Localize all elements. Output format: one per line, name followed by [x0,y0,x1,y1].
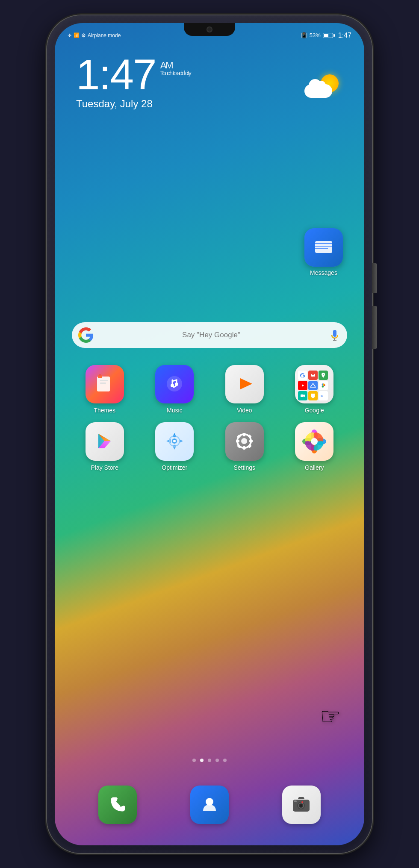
themes-svg [93,372,116,396]
battery-percent-text: 53% [310,32,321,38]
clock-digits: 1:47 [76,53,156,96]
search-placeholder: Say "Hey Google" [99,331,324,339]
google-folder-icon: G [295,365,333,403]
front-camera [207,26,212,32]
svg-marker-17 [310,383,316,387]
page-dot-1[interactable] [200,759,204,762]
settings-label: Settings [233,464,255,471]
phone-device: ✈ 📶 ⚙ Airplane mode 📳 53% 1:47 1:4 [47,15,372,853]
settings-status-icon: ⚙ [81,32,86,38]
svg-marker-14 [240,378,252,389]
video-svg [233,372,256,396]
optimizer-app[interactable]: Optimizer [142,422,208,471]
status-right: 📳 53% 1:47 [301,32,351,39]
play-store-icon [86,422,124,461]
phone-dock-item[interactable] [98,786,137,824]
svg-rect-9 [100,380,108,381]
themes-app[interactable]: Themes [72,365,138,414]
svg-rect-10 [100,383,106,384]
gallery-svg [301,429,327,454]
settings-svg [233,430,256,453]
svg-point-32 [241,438,247,444]
page-dot-0[interactable] [192,759,196,762]
svg-rect-0 [315,241,332,253]
messages-app-icon[interactable]: Messages [304,228,343,276]
svg-rect-33 [243,433,245,436]
phone-svg [107,794,128,815]
app-grid: Themes Music [72,365,347,471]
contacts-dock-item[interactable] [190,786,229,824]
airplane-mode-label: Airplane mode [88,32,121,38]
svg-rect-34 [243,446,245,450]
wifi-icon: 📶 [74,32,80,38]
play-store-svg [93,430,116,453]
gallery-app[interactable]: Gallery [282,422,348,471]
play-store-app[interactable]: Play Store [72,422,138,471]
mic-icon[interactable] [329,329,341,341]
svg-rect-40 [248,444,252,448]
svg-rect-57 [294,800,297,802]
weather-icon [304,74,339,98]
svg-point-11 [167,376,182,391]
notch [184,23,235,36]
svg-rect-8 [99,374,101,376]
settings-icon [225,422,264,461]
messages-label: Messages [310,269,337,276]
music-label: Music [167,407,183,414]
side-button-volume[interactable] [372,263,377,293]
status-left: ✈ 📶 ⚙ Airplane mode [68,32,121,38]
svg-rect-36 [249,440,253,442]
optimizer-svg [163,430,186,453]
svg-point-30 [173,440,176,442]
airplane-mode-icon: ✈ [68,32,72,38]
video-label: Video [237,407,252,414]
optimizer-icon [155,422,194,461]
vibrate-icon: 📳 [301,32,307,38]
play-store-label: Play Store [91,464,118,471]
svg-point-13 [175,383,178,386]
clock-ampm: AM [160,61,191,70]
music-app[interactable]: Music [142,365,208,414]
video-icon [225,365,264,403]
google-folder-label: Google [305,407,324,414]
contacts-dock-icon [190,786,229,824]
google-folder-app[interactable]: G Google [282,365,348,414]
cursor-hand: ☞ [320,703,341,730]
status-time: 1:47 [338,32,351,39]
page-dot-4[interactable] [223,759,227,762]
video-app[interactable]: Video [212,365,277,414]
page-dot-2[interactable] [208,759,211,762]
page-dot-3[interactable] [215,759,219,762]
cloud-body [304,84,332,98]
phone-dock-icon [98,786,137,824]
camera-dock-item[interactable] [282,786,321,824]
svg-text:G: G [321,394,323,398]
contacts-svg [199,794,220,815]
messages-icon-image [304,228,343,267]
svg-rect-18 [301,394,304,397]
camera-dock-icon [282,786,321,824]
battery-icon [323,33,335,38]
google-search-bar[interactable]: Say "Hey Google" [72,322,347,348]
svg-rect-35 [236,440,239,442]
messages-svg [313,237,334,258]
svg-rect-6 [97,377,110,391]
camera-svg [289,793,313,816]
themes-label: Themes [94,407,115,414]
weather-widget[interactable] [304,74,339,98]
svg-point-50 [206,798,213,806]
music-icon [155,365,194,403]
clock-date: Tuesday, July 28 [76,98,191,110]
clock-touch-label[interactable]: Touch to add city [160,70,191,76]
page-dots [55,759,364,762]
clock-widget: 1:47 AM Touch to add city Tuesday, July … [76,53,191,110]
gallery-icon [295,422,333,461]
settings-app[interactable]: Settings [212,422,277,471]
side-button-power[interactable] [372,306,377,349]
svg-point-12 [171,384,174,387]
svg-point-56 [301,801,303,803]
music-svg [163,372,186,396]
gallery-label: Gallery [305,464,324,471]
optimizer-label: Optimizer [162,464,187,471]
phone-screen: ✈ 📶 ⚙ Airplane mode 📳 53% 1:47 1:4 [55,23,364,845]
